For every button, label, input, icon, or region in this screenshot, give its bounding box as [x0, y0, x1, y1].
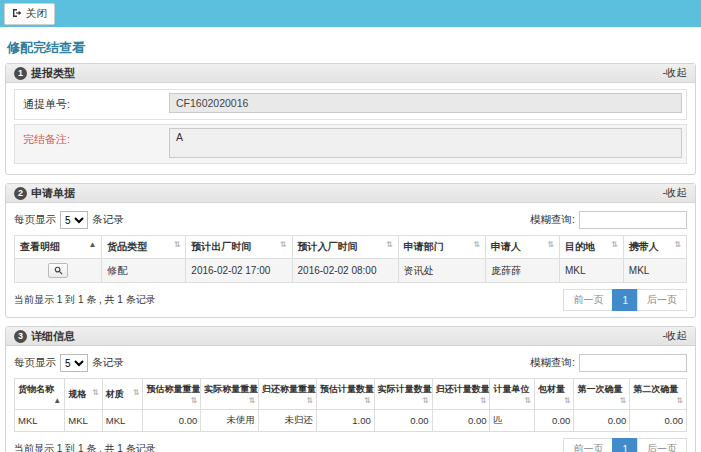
search-input[interactable]: [579, 211, 687, 229]
per-page-prefix: 每页显示: [14, 356, 56, 370]
cell-unit: 匹: [490, 410, 535, 432]
next-page-button[interactable]: 后一页: [637, 289, 687, 311]
col-return-qty[interactable]: 归还计量数量⇅: [432, 379, 490, 410]
cell-material: MKL: [102, 410, 143, 432]
sort-icon: ⇅: [133, 388, 140, 397]
section1-title: 1 提报类型: [14, 66, 75, 81]
close-button-label: 关闭: [26, 7, 47, 21]
section3-body: 每页显示 5 条记录 模糊查询: 货物名称▲ 规格⇅ 材质⇅ 预估称量重量⇅: [6, 346, 695, 452]
col-est-in-time[interactable]: 预计入厂时间⇅: [292, 236, 398, 259]
section2-collapse-link[interactable]: -收起: [663, 186, 688, 200]
finish-remark-label: 完结备注:: [15, 125, 165, 163]
col-carrier[interactable]: 携带人⇅: [623, 236, 686, 259]
section2-number-icon: 2: [14, 187, 27, 200]
next-page-button[interactable]: 后一页: [637, 438, 687, 452]
sort-icon: ⇅: [280, 240, 287, 249]
sort-icon: ⇅: [524, 396, 531, 405]
section3-toolbar: 每页显示 5 条记录 模糊查询:: [14, 354, 687, 372]
cell-goods-name: MKL: [15, 410, 65, 432]
detail-info-table: 货物名称▲ 规格⇅ 材质⇅ 预估称量重量⇅ 实际称量重量⇅ 归还称量重量⇅ 预估…: [14, 378, 687, 432]
section1-body: 通提单号: 完结备注: A: [6, 83, 695, 174]
section2-body: 每页显示 5 条记录 模糊查询: 查看明细▲ 货品类型⇅ 预计出厂时间⇅ 预计入…: [6, 203, 695, 317]
col-spec[interactable]: 规格⇅: [65, 379, 103, 410]
page-1-button[interactable]: 1: [612, 438, 638, 452]
order-no-input[interactable]: [169, 93, 682, 113]
section2-per-page: 每页显示 5 条记录: [14, 211, 124, 229]
sort-icon: ⇅: [564, 396, 571, 405]
page-1-button[interactable]: 1: [612, 289, 638, 311]
col-actual-weight[interactable]: 实际称量重量⇅: [201, 379, 259, 410]
cell-spec: MKL: [65, 410, 103, 432]
sort-icon: ⇅: [676, 396, 683, 405]
close-button[interactable]: 关闭: [4, 3, 55, 25]
col-unit[interactable]: 计量单位⇅: [490, 379, 535, 410]
cell-destination: MKL: [559, 259, 623, 283]
col-second-confirm[interactable]: 第二次确量⇅: [630, 379, 687, 410]
cell-est-weight: 0.00: [143, 410, 201, 432]
section3-footer: 当前显示 1 到 1 条 , 共 1 条记录 前一页 1 后一页: [14, 438, 687, 452]
per-page-select[interactable]: 5: [60, 211, 88, 229]
col-view-detail[interactable]: 查看明细▲: [15, 236, 102, 259]
section-report-type: 1 提报类型 -收起 通提单号: 完结备注: A: [5, 63, 696, 175]
section1-collapse-link[interactable]: -收起: [663, 66, 688, 80]
sort-icon: ⇅: [674, 240, 681, 249]
section3-collapse-link[interactable]: -收起: [663, 329, 688, 343]
finish-remark-textarea[interactable]: A: [169, 128, 682, 158]
col-actual-qty[interactable]: 实际计量数量⇅: [374, 379, 432, 410]
section-apply-docs: 2 申请单据 -收起 每页显示 5 条记录 模糊查询: 查: [5, 183, 696, 318]
col-goods-name[interactable]: 货物名称▲: [15, 379, 65, 410]
sort-icon: ⇅: [480, 396, 487, 405]
col-pack-weight[interactable]: 包材量⇅: [534, 379, 573, 410]
col-return-weight[interactable]: 归还称量重量⇅: [259, 379, 317, 410]
sort-icon: ⇅: [386, 240, 393, 249]
magnifier-icon: [54, 263, 63, 278]
section2-header: 2 申请单据 -收起: [6, 184, 695, 203]
section2-pagination: 前一页 1 后一页: [564, 289, 687, 311]
sort-icon: ⇅: [611, 240, 618, 249]
col-material[interactable]: 材质⇅: [102, 379, 143, 410]
col-est-qty[interactable]: 预估计量数量⇅: [316, 379, 374, 410]
sort-icon: ⇅: [422, 396, 429, 405]
per-page-prefix: 每页显示: [14, 213, 56, 227]
top-bar: 关闭: [0, 0, 701, 27]
col-apply-dept[interactable]: 申请部门⇅: [398, 236, 485, 259]
cell-actual-weight: 未使用: [201, 410, 259, 432]
col-destination[interactable]: 目的地⇅: [559, 236, 623, 259]
section2-title: 2 申请单据: [14, 186, 75, 201]
col-est-weight[interactable]: 预估称量重量⇅: [143, 379, 201, 410]
sort-icon: ⇅: [92, 388, 99, 397]
section2-title-label: 申请单据: [31, 186, 75, 201]
prev-page-button[interactable]: 前一页: [563, 438, 613, 452]
cell-est-out-time: 2016-02-02 17:00: [186, 259, 292, 283]
cell-apply-dept: 资讯处: [398, 259, 485, 283]
section1-number-icon: 1: [14, 67, 27, 80]
prev-page-button[interactable]: 前一页: [563, 289, 613, 311]
search-label: 模糊查询:: [530, 213, 575, 227]
detail-info-row: MKL MKL MKL 0.00 未使用 未归还 1.00 0.00 0.00 …: [15, 410, 687, 432]
search-input[interactable]: [579, 354, 687, 372]
view-detail-button[interactable]: [48, 263, 68, 278]
section3-title: 3 详细信息: [14, 329, 75, 344]
form-row-finish-remark: 完结备注: A: [14, 124, 687, 164]
sort-asc-icon: ▲: [88, 240, 96, 249]
section1-title-label: 提报类型: [31, 66, 75, 81]
cell-est-qty: 1.00: [316, 410, 374, 432]
section2-search: 模糊查询:: [530, 211, 687, 229]
per-page-select[interactable]: 5: [60, 354, 88, 372]
col-applicant[interactable]: 申请人⇅: [486, 236, 560, 259]
view-detail-cell: [15, 259, 102, 283]
sort-icon: ⇅: [620, 396, 627, 405]
cell-first-confirm: 0.00: [574, 410, 630, 432]
section3-search: 模糊查询:: [530, 354, 687, 372]
logout-icon: [12, 8, 22, 20]
col-first-confirm[interactable]: 第一次确量⇅: [574, 379, 630, 410]
order-no-value-wrap: [165, 90, 686, 119]
cell-carrier: MKL: [623, 259, 686, 283]
cell-pack-weight: 0.00: [534, 410, 573, 432]
content: 1 提报类型 -收起 通提单号: 完结备注: A 2: [5, 63, 696, 452]
col-goods-type[interactable]: 货品类型⇅: [102, 236, 186, 259]
cell-goods-type: 修配: [102, 259, 186, 283]
sort-icon: ⇅: [306, 396, 313, 405]
apply-docs-row: 修配 2016-02-02 17:00 2016-02-02 08:00 资讯处…: [15, 259, 687, 283]
col-est-out-time[interactable]: 预计出厂时间⇅: [186, 236, 292, 259]
